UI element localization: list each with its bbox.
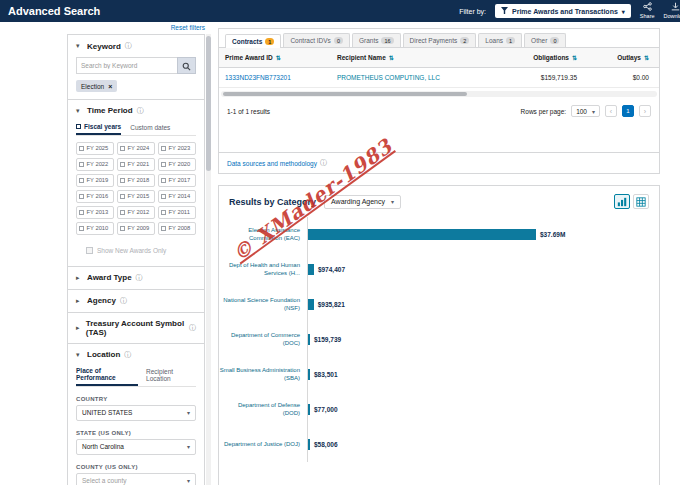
category-label-link[interactable]: Election Assistance Commission (EAC) <box>219 227 307 243</box>
table-view-button[interactable] <box>633 194 649 209</box>
sidebar-scrollbar[interactable] <box>206 34 211 485</box>
previous-page-button[interactable]: ‹ <box>605 105 617 117</box>
table-row: 1333ND23FNB773201PROMETHEUS COMPUTING, L… <box>219 68 659 88</box>
tab-place-of-performance[interactable]: Place of Performance <box>76 365 138 386</box>
fiscal-year-checkbox-fy-2023[interactable]: FY 2023 <box>158 142 196 155</box>
bar[interactable] <box>308 264 314 275</box>
chart-view-button[interactable] <box>614 194 630 209</box>
category-label-link[interactable]: Department of Defense (DOD) <box>219 402 307 418</box>
fiscal-year-checkbox-fy-2025[interactable]: FY 2025 <box>76 142 114 155</box>
results-tab-contracts[interactable]: Contracts1 <box>225 34 281 48</box>
bar[interactable] <box>308 229 536 240</box>
results-tab-other[interactable]: Other0 <box>524 33 566 47</box>
country-value: UNITED STATES <box>82 409 132 416</box>
fiscal-year-checkbox-fy-2009[interactable]: FY 2009 <box>117 222 155 235</box>
remove-tag-icon[interactable]: × <box>108 83 112 90</box>
category-label-link[interactable]: Department of Commerce (DOC) <box>219 332 307 348</box>
column-header-obligations[interactable]: Obligations⇅ <box>483 48 583 67</box>
fiscal-year-checkbox-fy-2016[interactable]: FY 2016 <box>76 190 114 203</box>
rows-per-page-select[interactable]: 100 ▾ <box>571 105 600 117</box>
results-tab-loans[interactable]: Loans1 <box>478 33 522 47</box>
tab-fiscal-years[interactable]: Fiscal years <box>76 121 121 135</box>
column-header-award-description[interactable]: Award Description⇅ <box>655 48 659 67</box>
section-header-award-type[interactable]: ▸Award Typeⓘ <box>76 273 196 283</box>
chevron-right-icon: ▸ <box>76 324 82 332</box>
fiscal-year-checkbox-fy-2013[interactable]: FY 2013 <box>76 206 114 219</box>
fiscal-year-label: FY 2010 <box>87 225 109 231</box>
fiscal-year-label: FY 2021 <box>128 161 150 167</box>
bar[interactable] <box>308 299 314 310</box>
chevron-down-icon: ▾ <box>76 351 83 359</box>
fiscal-year-checkbox-fy-2019[interactable]: FY 2019 <box>76 174 114 187</box>
section-header-agency[interactable]: ▸Agencyⓘ <box>76 296 196 306</box>
tab-recipient-location[interactable]: Recipient Location <box>146 365 196 386</box>
header-actions: Filter by: Prime Awards and Transactions… <box>459 2 672 20</box>
fiscal-year-checkbox-fy-2015[interactable]: FY 2015 <box>117 190 155 203</box>
fiscal-year-checkbox-fy-2010[interactable]: FY 2010 <box>76 222 114 235</box>
category-label-link[interactable]: Dept of Health and Human Services (H... <box>219 262 307 278</box>
results-tab-contract-idvs[interactable]: Contract IDVs0 <box>283 33 350 47</box>
chart-row-election-assistance-commission: Election Assistance Commission (EAC)$37.… <box>219 217 651 252</box>
tab-count-badge: 2 <box>460 37 469 44</box>
column-header-outlays[interactable]: Outlays⇅ <box>583 48 655 67</box>
bar[interactable] <box>308 369 310 380</box>
category-card-title: Results by Category <box>229 197 316 207</box>
fiscal-year-checkbox-fy-2017[interactable]: FY 2017 <box>158 174 196 187</box>
keyword-section-header[interactable]: ▾ Keyword ⓘ <box>76 41 196 51</box>
tab-label: Loans <box>485 37 503 44</box>
results-tab-direct-payments[interactable]: Direct Payments2 <box>403 33 477 47</box>
county-select[interactable]: Select a county ▾ <box>76 473 196 485</box>
fiscal-year-checkbox-fy-2021[interactable]: FY 2021 <box>117 158 155 171</box>
next-page-button[interactable]: › <box>639 105 651 117</box>
fiscal-year-checkbox-fy-2020[interactable]: FY 2020 <box>158 158 196 171</box>
checkbox-icon <box>79 226 84 231</box>
fiscal-year-checkbox-fy-2011[interactable]: FY 2011 <box>158 206 196 219</box>
column-header-prime-award-id[interactable]: Prime Award ID⇅ <box>219 48 331 67</box>
chart-row-national-science-foundation-ns: National Science Foundation (NSF)$935,82… <box>219 287 651 322</box>
scrollbar-thumb[interactable] <box>206 36 211 171</box>
chevron-down-icon: ▾ <box>187 477 190 484</box>
share-button[interactable]: Share <box>640 2 655 20</box>
scrollbar-thumb[interactable] <box>223 92 467 96</box>
keyword-search-input[interactable] <box>76 57 177 74</box>
state-select[interactable]: North Carolina ▾ <box>76 439 196 455</box>
category-dropdown[interactable]: Awarding Agency ▾ <box>324 195 401 209</box>
section-title: Award Type <box>87 273 132 282</box>
keyword-search-row <box>76 57 196 74</box>
bar[interactable] <box>308 439 310 450</box>
location-section-header[interactable]: ▾ Location ⓘ <box>76 350 196 360</box>
section-title: Treasury Account Symbol (TAS) <box>86 319 185 337</box>
calendar-grid-icon <box>76 124 81 129</box>
show-new-awards-checkbox[interactable]: Show New Awards Only <box>86 247 196 254</box>
table-cell-recipient-name[interactable]: PROMETHEUS COMPUTING, LLC <box>331 68 483 87</box>
country-select[interactable]: UNITED STATES ▾ <box>76 405 196 421</box>
chevron-down-icon: ▾ <box>592 108 595 115</box>
download-button[interactable]: Download <box>664 2 680 20</box>
keyword-search-button[interactable] <box>177 57 196 74</box>
tab-custom-dates[interactable]: Custom dates <box>130 121 170 135</box>
fiscal-year-checkbox-fy-2008[interactable]: FY 2008 <box>158 222 196 235</box>
fiscal-year-checkbox-fy-2012[interactable]: FY 2012 <box>117 206 155 219</box>
fiscal-year-checkbox-fy-2014[interactable]: FY 2014 <box>158 190 196 203</box>
bar[interactable] <box>308 404 310 415</box>
time-period-section-header[interactable]: ▾ Time Period ⓘ <box>76 106 196 116</box>
fiscal-year-checkbox-fy-2024[interactable]: FY 2024 <box>117 142 155 155</box>
page-number-button[interactable]: 1 <box>622 105 634 117</box>
horizontal-scrollbar[interactable] <box>221 91 657 97</box>
table-cell-prime-award-id[interactable]: 1333ND23FNB773201 <box>219 68 331 87</box>
results-tab-grants[interactable]: Grants16 <box>352 33 401 47</box>
section-header-treasury-account-symbol-tas[interactable]: ▸Treasury Account Symbol (TAS)ⓘ <box>76 319 196 337</box>
reset-filters-link[interactable]: Reset filters <box>67 24 205 31</box>
fiscal-year-checkbox-fy-2018[interactable]: FY 2018 <box>117 174 155 187</box>
checkbox-icon <box>161 162 166 167</box>
location-section-title: Location <box>87 350 120 359</box>
bar[interactable] <box>308 334 310 345</box>
bar-zone: $83,501 <box>307 357 651 392</box>
data-sources-link[interactable]: Data sources and methodology ⓘ <box>219 152 659 173</box>
category-label-link[interactable]: Department of Justice (DOJ) <box>219 441 307 449</box>
award-type-filter-dropdown[interactable]: Prime Awards and Transactions ▾ <box>495 4 631 18</box>
column-header-recipient-name[interactable]: Recipient Name⇅ <box>331 48 483 67</box>
category-label-link[interactable]: Small Business Administration (SBA) <box>219 367 307 383</box>
category-label-link[interactable]: National Science Foundation (NSF) <box>219 297 307 313</box>
fiscal-year-checkbox-fy-2022[interactable]: FY 2022 <box>76 158 114 171</box>
